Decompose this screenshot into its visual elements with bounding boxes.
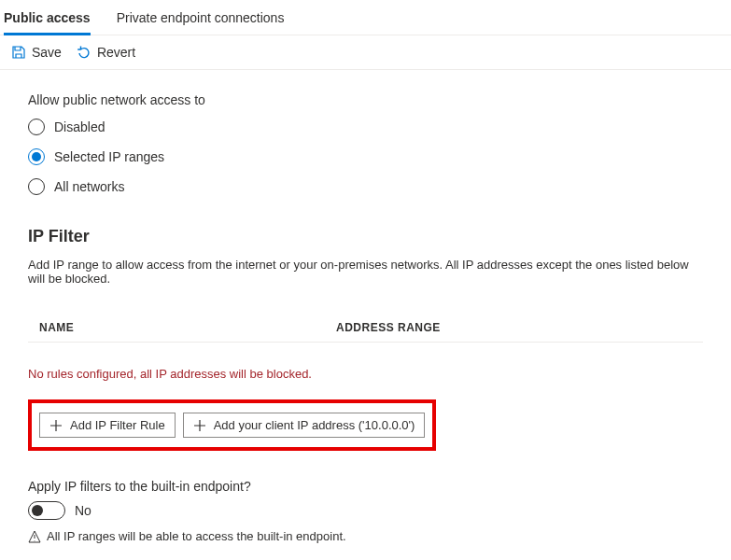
toggle-state: No (75, 503, 91, 518)
tab-private-endpoint-connections[interactable]: Private endpoint connections (117, 5, 285, 35)
plus-icon (193, 419, 206, 432)
radio-icon (28, 148, 45, 165)
radio-disabled[interactable]: Disabled (28, 119, 703, 135)
save-button[interactable]: Save (11, 45, 62, 60)
tabs-bar: Public access Private endpoint connectio… (0, 0, 731, 35)
radio-label: All networks (54, 179, 124, 194)
revert-button[interactable]: Revert (77, 45, 135, 60)
radio-all-networks[interactable]: All networks (28, 178, 703, 195)
add-client-ip-button[interactable]: Add your client IP address ('10.0.0.0') (183, 413, 426, 438)
radio-icon (28, 119, 45, 135)
radio-selected-ip-ranges[interactable]: Selected IP ranges (28, 148, 703, 165)
empty-rules-message: No rules configured, all IP addresses wi… (28, 367, 703, 381)
add-ip-filter-rule-button[interactable]: Add IP Filter Rule (39, 413, 176, 438)
column-name: NAME (28, 321, 336, 334)
save-icon (11, 45, 26, 60)
highlight-box: Add IP Filter Rule Add your client IP ad… (28, 399, 436, 451)
radio-label: Selected IP ranges (54, 149, 164, 164)
ip-filter-table-header: NAME ADDRESS RANGE (28, 314, 703, 343)
apply-builtin-toggle-row: No (28, 501, 703, 520)
radio-label: Disabled (54, 119, 105, 134)
column-address-range: ADDRESS RANGE (336, 321, 703, 334)
button-label: Add your client IP address ('10.0.0.0') (214, 418, 415, 432)
toolbar: Save Revert (0, 35, 731, 70)
radio-icon (28, 178, 45, 195)
ip-filter-description: Add IP range to allow access from the in… (28, 258, 703, 286)
plus-icon (49, 419, 63, 432)
ip-filter-heading: IP Filter (28, 227, 703, 246)
revert-label: Revert (97, 45, 135, 60)
public-access-label: Allow public network access to (28, 92, 703, 107)
save-label: Save (32, 45, 62, 60)
apply-builtin-info: All IP ranges will be able to access the… (28, 529, 703, 543)
apply-builtin-label: Apply IP filters to the built-in endpoin… (28, 479, 703, 494)
toggle-knob (32, 505, 43, 516)
revert-icon (77, 45, 91, 60)
tab-public-access[interactable]: Public access (4, 5, 91, 35)
apply-builtin-toggle[interactable] (28, 501, 65, 520)
public-access-radio-group: Disabled Selected IP ranges All networks (28, 119, 703, 195)
button-label: Add IP Filter Rule (70, 418, 165, 432)
info-text: All IP ranges will be able to access the… (47, 529, 346, 543)
warning-icon (28, 530, 41, 543)
content-area: Allow public network access to Disabled … (0, 70, 731, 560)
